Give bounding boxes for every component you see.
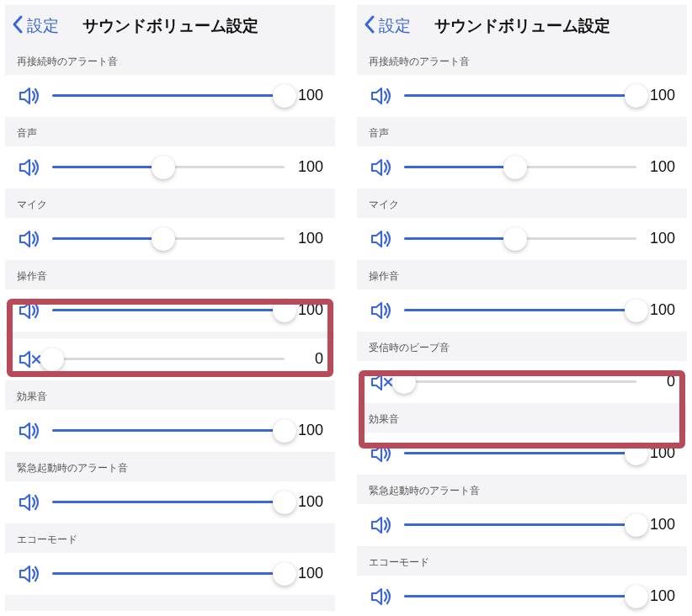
volume-row: 100 xyxy=(357,75,687,117)
volume-value: 100 xyxy=(645,301,675,319)
slider-thumb[interactable] xyxy=(40,348,64,371)
slider-thumb[interactable] xyxy=(152,156,175,179)
slider-thumb[interactable] xyxy=(273,299,296,322)
slider-thumb[interactable] xyxy=(273,419,296,443)
speaker-icon[interactable] xyxy=(367,442,396,465)
section-label: 再接続時のアラート音 xyxy=(5,45,335,75)
section-label: エコーモード xyxy=(357,546,687,576)
section-label: マイク xyxy=(357,189,687,218)
speaker-icon[interactable] xyxy=(367,84,396,108)
slider-thumb[interactable] xyxy=(392,370,416,394)
volume-value: 100 xyxy=(293,565,323,582)
volume-slider[interactable] xyxy=(52,561,285,587)
section-label: 受信時のビープ音 xyxy=(357,332,687,361)
chevron-left-icon xyxy=(12,15,27,37)
volume-row: 100 xyxy=(5,481,335,523)
volume-value: 100 xyxy=(293,230,323,247)
speaker-muted-icon[interactable] xyxy=(15,348,44,371)
volume-value: 0 xyxy=(645,373,675,390)
slider-thumb[interactable] xyxy=(625,585,648,608)
chevron-left-icon xyxy=(364,15,379,37)
volume-slider[interactable] xyxy=(404,584,636,609)
back-label: 設定 xyxy=(379,19,411,35)
volume-row: 100 xyxy=(5,553,335,595)
section-label: 効果音 xyxy=(5,380,335,410)
volume-slider[interactable] xyxy=(52,347,285,372)
speaker-icon[interactable] xyxy=(15,84,44,108)
volume-row: 0 xyxy=(357,361,687,403)
back-button[interactable]: 設定 xyxy=(364,15,411,37)
volume-row: 100 xyxy=(5,410,335,452)
volume-row: 100 xyxy=(357,289,687,332)
volume-slider[interactable] xyxy=(52,298,285,323)
volume-value: 100 xyxy=(293,493,323,511)
header: 設定 サウンドボリューム設定 xyxy=(5,5,335,45)
section-label: 緊急起動時のアラート音 xyxy=(5,452,335,481)
slider-thumb[interactable] xyxy=(503,156,527,179)
section-label: 操作音 xyxy=(357,260,687,289)
volume-row: 0 xyxy=(5,338,335,380)
volume-slider[interactable] xyxy=(52,83,285,109)
volume-slider[interactable] xyxy=(404,155,636,180)
volume-row: 100 xyxy=(5,218,335,260)
volume-slider[interactable] xyxy=(52,155,285,180)
speaker-icon[interactable] xyxy=(15,562,44,586)
rows-container-0: 再接続時のアラート音 100音声 100マイク 100操作音 100 0効果音 … xyxy=(5,45,335,595)
back-button[interactable]: 設定 xyxy=(12,15,59,37)
volume-slider[interactable] xyxy=(404,226,636,252)
volume-row: 100 xyxy=(5,289,335,332)
speaker-icon[interactable] xyxy=(15,419,44,443)
volume-row: 100 xyxy=(357,218,687,260)
volume-value: 100 xyxy=(293,301,323,319)
speaker-icon[interactable] xyxy=(15,299,44,322)
volume-slider[interactable] xyxy=(404,298,636,323)
speaker-icon[interactable] xyxy=(367,513,396,537)
volume-value: 100 xyxy=(645,516,675,534)
section-label: 効果音 xyxy=(357,403,687,433)
header: 設定 サウンドボリューム設定 xyxy=(357,5,687,45)
speaker-muted-icon[interactable] xyxy=(367,370,396,394)
speaker-icon[interactable] xyxy=(367,585,396,608)
volume-value: 0 xyxy=(293,350,323,368)
section-label: 再接続時のアラート音 xyxy=(357,45,687,75)
slider-thumb[interactable] xyxy=(625,513,648,537)
slider-thumb[interactable] xyxy=(152,227,175,251)
volume-slider[interactable] xyxy=(52,226,285,252)
volume-slider[interactable] xyxy=(404,83,636,109)
rows-container-1: 再接続時のアラート音 100音声 100マイク 100操作音 100受信時のビー… xyxy=(357,45,687,617)
section-label: マイク xyxy=(5,189,335,218)
slider-thumb[interactable] xyxy=(503,227,527,251)
speaker-icon[interactable] xyxy=(367,156,396,179)
volume-row: 100 xyxy=(357,146,687,189)
section-label: 操作音 xyxy=(5,260,335,289)
volume-value: 100 xyxy=(645,587,675,605)
panel-left: 設定 サウンドボリューム設定 再接続時のアラート音 100音声 100マイク 1… xyxy=(5,5,335,611)
section-label: エコーモード xyxy=(5,523,335,553)
panel-right: 設定 サウンドボリューム設定 再接続時のアラート音 100音声 100マイク 1… xyxy=(357,5,687,611)
volume-value: 100 xyxy=(645,87,675,104)
speaker-icon[interactable] xyxy=(15,227,44,251)
speaker-icon[interactable] xyxy=(367,227,396,251)
slider-thumb[interactable] xyxy=(273,491,296,514)
speaker-icon[interactable] xyxy=(15,491,44,514)
volume-slider[interactable] xyxy=(404,441,636,466)
section-label: 音声 xyxy=(5,117,335,146)
slider-thumb[interactable] xyxy=(625,84,648,108)
volume-slider[interactable] xyxy=(52,490,285,515)
slider-thumb[interactable] xyxy=(273,84,296,108)
volume-value: 100 xyxy=(645,444,675,462)
volume-slider[interactable] xyxy=(404,512,636,538)
speaker-icon[interactable] xyxy=(15,156,44,179)
volume-value: 100 xyxy=(645,230,675,247)
volume-slider[interactable] xyxy=(52,418,285,443)
section-label: 緊急起動時のアラート音 xyxy=(357,475,687,504)
volume-slider[interactable] xyxy=(404,369,636,395)
volume-row: 100 xyxy=(5,146,335,189)
volume-row: 100 xyxy=(357,504,687,546)
slider-thumb[interactable] xyxy=(625,442,648,465)
speaker-icon[interactable] xyxy=(367,299,396,322)
volume-row: 100 xyxy=(357,576,687,617)
slider-thumb[interactable] xyxy=(273,562,296,586)
slider-thumb[interactable] xyxy=(625,299,648,322)
volume-value: 100 xyxy=(645,158,675,176)
